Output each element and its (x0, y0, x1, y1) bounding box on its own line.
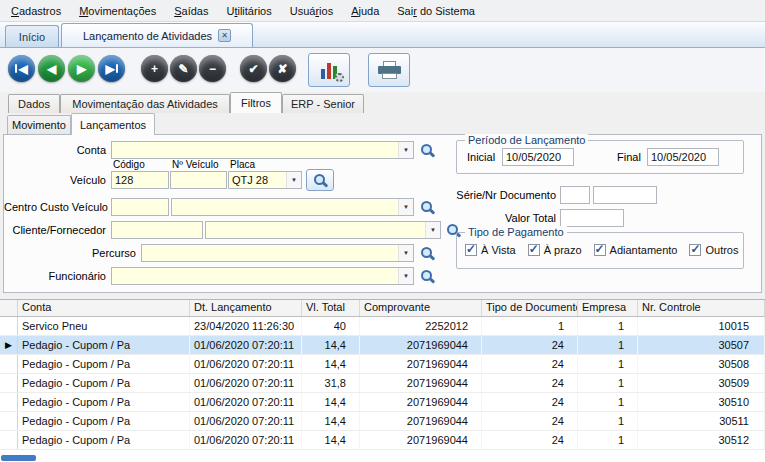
menu-item-sair-do-sistema[interactable]: Sair do Sistema (388, 2, 484, 20)
cell: 1 (578, 393, 638, 411)
tab-filtros[interactable]: Filtros (230, 92, 282, 113)
checkbox-outros[interactable]: Outros (689, 244, 738, 256)
confirm-button[interactable]: ✔ (240, 55, 267, 82)
funcionario-combobox[interactable]: ▼ (111, 267, 414, 285)
chart-button[interactable] (308, 53, 350, 87)
grid-selector-header (0, 300, 18, 316)
close-tab-icon[interactable]: ✕ (218, 29, 231, 42)
menu-item-utilit-rios[interactable]: Utilitários (217, 2, 280, 20)
cliente-code-field[interactable] (111, 221, 203, 239)
menu-bar: CadastrosMovimentaçõesSaídasUtilitáriosU… (0, 0, 765, 22)
nav-prev-button[interactable]: ◀ (38, 55, 65, 82)
final-date-field[interactable]: 10/05/2020 (647, 148, 719, 166)
print-button[interactable] (368, 53, 410, 87)
menu-item-sa-das[interactable]: Saídas (165, 2, 217, 20)
table-row[interactable]: Pedagio - Cupom / Pa01/06/2020 07:20:111… (0, 355, 765, 374)
cell: Pedagio - Cupom / Pa (18, 431, 190, 449)
valor-total-field[interactable] (560, 209, 624, 227)
checkbox-adiantamento[interactable]: Adiantamento (594, 244, 678, 256)
cell: 01/06/2020 07:20:11 (190, 393, 302, 411)
column-header-comprovante[interactable]: Comprovante (360, 300, 482, 316)
dropdown-icon[interactable]: ▼ (398, 199, 413, 215)
tab-erp-senior[interactable]: ERP - Senior (282, 94, 364, 113)
table-row[interactable]: Pedagio - Cupom / Pa01/06/2020 07:20:111… (0, 393, 765, 412)
dropdown-icon[interactable]: ▼ (398, 142, 413, 158)
dropdown-icon[interactable]: ▼ (425, 222, 440, 238)
table-row[interactable]: Pedagio - Cupom / Pa01/06/2020 07:20:111… (0, 431, 765, 450)
nav-first-button[interactable]: ◀ (8, 55, 35, 82)
cell: 30509 (638, 374, 765, 392)
window-tab-bar: Início Lançamento de Atividades ✕ (0, 22, 765, 48)
funcionario-label: Funcionário (4, 270, 106, 282)
serie-nr-documento-label: Série/Nr Documento (424, 189, 556, 201)
cell: Pedagio - Cupom / Pa (18, 374, 190, 392)
inicial-label: Inicial (467, 151, 495, 163)
tab-lancamento-de-atividades[interactable]: Lançamento de Atividades ✕ (61, 23, 253, 47)
column-header-dt-lan-amento[interactable]: Dt. Lançamento (190, 300, 302, 316)
veiculo-search-button[interactable] (306, 169, 334, 191)
row-selector (0, 355, 18, 373)
menu-item-movimenta-es[interactable]: Movimentações (70, 2, 165, 20)
cell: 1 (578, 412, 638, 430)
menu-item-cadastros[interactable]: Cadastros (2, 2, 70, 20)
add-button[interactable]: + (141, 55, 168, 82)
nav-last-button[interactable]: ▶ (98, 55, 125, 82)
cell: 01/06/2020 07:20:11 (190, 412, 302, 430)
row-selector: ▶ (0, 336, 18, 354)
nav-first-icon: ◀ (18, 62, 27, 76)
plus-icon: + (151, 62, 158, 76)
cell: 30510 (638, 393, 765, 411)
row-selector (0, 393, 18, 411)
cell: 30507 (638, 336, 765, 354)
tab-dados[interactable]: Dados (8, 94, 60, 113)
remove-button[interactable]: − (199, 55, 226, 82)
tab-movimentacao-das-atividades[interactable]: Movimentação das Atividades (60, 94, 230, 113)
dropdown-icon[interactable]: ▼ (398, 245, 413, 261)
serie-field[interactable] (560, 186, 590, 204)
tab-inicio-label: Início (19, 31, 45, 43)
conta-combobox[interactable]: ▼ (111, 141, 414, 159)
checkbox-icon (689, 244, 701, 256)
dropdown-icon[interactable]: ▼ (286, 172, 301, 188)
veiculo-label: Veículo (6, 174, 106, 186)
menu-item-ajuda[interactable]: Ajuda (342, 2, 388, 20)
nr-documento-field[interactable] (593, 186, 657, 204)
table-row[interactable]: Pedagio - Cupom / Pa01/06/2020 07:20:111… (0, 412, 765, 431)
column-header-empresa[interactable]: Empresa (578, 300, 638, 316)
hscrollbar-thumb[interactable] (1, 455, 36, 461)
column-header-nr-controle[interactable]: Nr. Controle (638, 300, 765, 316)
percurso-combobox[interactable]: ▼ (141, 244, 414, 262)
tab-inicio[interactable]: Início (5, 25, 59, 47)
tab-lancamentos[interactable]: Lançamentos (71, 113, 155, 135)
centro-custo-label: Centro Custo Veículo (4, 201, 106, 213)
cliente-combobox[interactable]: ▼ (205, 221, 441, 239)
centro-custo-combobox[interactable]: ▼ (171, 198, 414, 216)
table-row[interactable]: Pedagio - Cupom / Pa01/06/2020 07:20:113… (0, 374, 765, 393)
cell: 01/06/2020 07:20:11 (190, 336, 302, 354)
nr-veiculo-field[interactable] (170, 171, 227, 189)
checkbox-icon (594, 244, 606, 256)
cell: Servico Pneu (18, 317, 190, 335)
cell: 2071969044 (360, 393, 482, 411)
dropdown-icon[interactable]: ▼ (398, 268, 413, 284)
column-header-tipo-de-documento[interactable]: Tipo de Documento (482, 300, 578, 316)
veiculo-codigo-field[interactable]: 128 (111, 171, 169, 189)
search-icon (420, 143, 434, 157)
menu-item-usu-rios[interactable]: Usuários (281, 2, 342, 20)
edit-button[interactable]: ✎ (170, 55, 197, 82)
tab-movimento[interactable]: Movimento (7, 115, 71, 134)
conta-search-button[interactable] (417, 141, 437, 159)
checkbox-vista[interactable]: À Vista (465, 244, 516, 256)
cancel-button[interactable]: ✘ (269, 55, 296, 82)
checkbox-prazo[interactable]: À prazo (528, 244, 582, 256)
table-row[interactable]: Servico Pneu23/04/2020 11:26:30402252012… (0, 317, 765, 336)
centro-custo-code-field[interactable] (111, 198, 169, 216)
column-header-vl-total[interactable]: Vl. Total (302, 300, 360, 316)
percurso-search-button[interactable] (417, 244, 437, 262)
placa-combobox[interactable]: QTJ 28 ▼ (228, 171, 302, 189)
table-row[interactable]: ▶Pedagio - Cupom / Pa01/06/2020 07:20:11… (0, 336, 765, 355)
nav-next-button[interactable]: ▶ (68, 55, 95, 82)
column-header-conta[interactable]: Conta (18, 300, 190, 316)
inicial-date-field[interactable]: 10/05/2020 (502, 148, 574, 166)
funcionario-search-button[interactable] (417, 267, 437, 285)
